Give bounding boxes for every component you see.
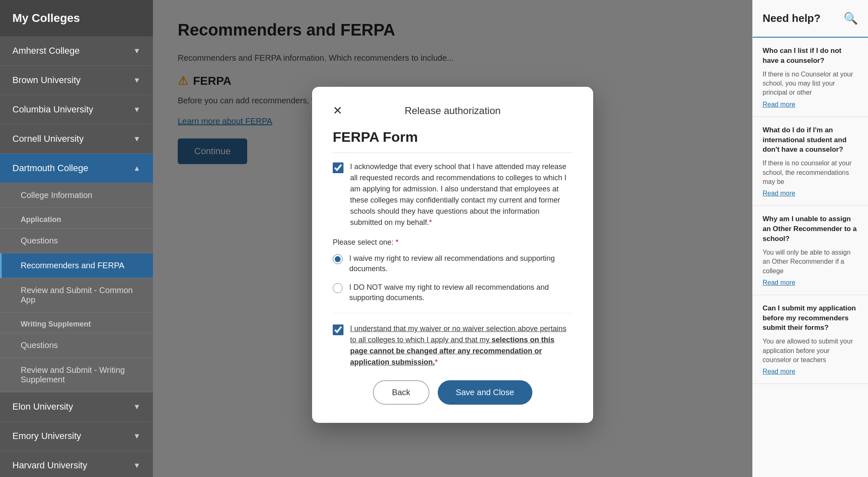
radio-waive[interactable] — [333, 254, 343, 264]
save-close-button[interactable]: Save and Close — [438, 380, 532, 405]
acknowledge-label: I acknowledge that every school that I h… — [350, 161, 572, 228]
help-item-2: What do I do if I'm an international stu… — [753, 117, 868, 206]
help-question-4: Can I submit my application before my re… — [763, 303, 858, 333]
main-content: Recommenders and FERPA Recommenders and … — [153, 0, 752, 477]
chevron-down-icon: ▼ — [133, 403, 141, 411]
modal-form-title: FERPA Form — [333, 129, 572, 153]
help-title: Need help? — [763, 12, 820, 25]
divider — [333, 313, 572, 313]
read-more-link-1[interactable]: Read more — [763, 101, 795, 108]
sidebar-item-dartmouth[interactable]: Dartmouth College ▲ — [0, 154, 153, 183]
sidebar: My Colleges Amherst College ▼ Brown Univ… — [0, 0, 153, 477]
right-panel: Need help? 🔍 Who can I list if I do not … — [752, 0, 868, 477]
help-item-1: Who can I list if I do not have a counse… — [753, 38, 868, 117]
help-answer-1: If there is no Counselor at your school,… — [763, 70, 858, 98]
chevron-down-icon: ▼ — [133, 76, 141, 85]
modal-close-button[interactable]: ✕ — [333, 104, 342, 117]
please-select-label: Please select one: * — [333, 238, 572, 247]
sidebar-item-columbia[interactable]: Columbia University ▼ — [0, 95, 153, 124]
help-answer-2: If there is no counselor at your school,… — [763, 159, 858, 186]
back-button[interactable]: Back — [373, 380, 429, 405]
sidebar-cornell-label: Cornell University — [12, 134, 83, 144]
sidebar-header: My Colleges — [0, 0, 153, 36]
sidebar-dartmouth-subitems: College Information Application Question… — [0, 183, 153, 392]
sidebar-item-brown[interactable]: Brown University ▼ — [0, 66, 153, 95]
sidebar-item-questions[interactable]: Questions — [0, 229, 153, 253]
sidebar-elon-label: Elon University — [12, 401, 73, 412]
help-search-button[interactable]: 🔍 — [844, 12, 858, 25]
sidebar-writing-label: Writing Supplement — [0, 312, 153, 333]
sidebar-application-label: Application — [0, 208, 153, 229]
search-icon: 🔍 — [844, 12, 858, 25]
acknowledge-checkbox[interactable] — [333, 162, 343, 173]
read-more-link-3[interactable]: Read more — [763, 279, 795, 286]
chevron-down-icon: ▼ — [133, 461, 141, 470]
modal-dialog: ✕ Release authorization FERPA Form I ack… — [312, 87, 593, 423]
sidebar-header-label: My Colleges — [12, 12, 80, 24]
modal-footer: Back Save and Close — [333, 380, 572, 405]
read-more-link-2[interactable]: Read more — [763, 190, 795, 197]
help-answer-3: You will only be able to assign an Other… — [763, 248, 858, 276]
understand-checkbox-row: I understand that my waiver or no waiver… — [333, 323, 572, 368]
sidebar-item-cornell[interactable]: Cornell University ▼ — [0, 124, 153, 154]
sidebar-item-elon[interactable]: Elon University ▼ — [0, 392, 153, 422]
chevron-down-icon: ▼ — [133, 432, 141, 441]
sidebar-item-amherst[interactable]: Amherst College ▼ — [0, 36, 153, 66]
sidebar-item-harvard[interactable]: Harvard University ▼ — [0, 451, 153, 477]
help-question-2: What do I do if I'm an international stu… — [763, 125, 858, 155]
sidebar-brown-label: Brown University — [12, 75, 81, 86]
sidebar-item-review-submit-writing[interactable]: Review and Submit - Writing Supplement — [0, 358, 153, 392]
chevron-down-icon: ▼ — [133, 135, 141, 143]
sidebar-item-emory[interactable]: Emory University ▼ — [0, 422, 153, 451]
help-item-3: Why am I unable to assign an Other Recom… — [753, 206, 868, 295]
chevron-down-icon: ▼ — [133, 47, 141, 55]
modal-overlay[interactable]: ✕ Release authorization FERPA Form I ack… — [153, 0, 752, 477]
radio-waive-row: I waive my right to review all recommend… — [333, 253, 572, 274]
chevron-down-icon: ▼ — [133, 105, 141, 114]
radio-no-waive-row: I DO NOT waive my right to review all re… — [333, 282, 572, 303]
radio-no-waive[interactable] — [333, 283, 343, 293]
radio-no-waive-label: I DO NOT waive my right to review all re… — [349, 282, 572, 303]
sidebar-item-review-submit-common[interactable]: Review and Submit - Common App — [0, 278, 153, 312]
help-question-1: Who can I list if I do not have a counse… — [763, 46, 858, 66]
sidebar-amherst-label: Amherst College — [12, 45, 80, 56]
sidebar-item-recommenders-ferpa[interactable]: Recommenders and FERPA — [0, 253, 153, 278]
help-answer-4: You are allowed to submit your applicati… — [763, 337, 858, 365]
sidebar-emory-label: Emory University — [12, 431, 81, 441]
help-item-4: Can I submit my application before my re… — [753, 295, 868, 384]
radio-waive-label: I waive my right to review all recommend… — [349, 253, 572, 274]
chevron-up-icon: ▲ — [133, 164, 141, 173]
modal-header: ✕ Release authorization — [333, 105, 572, 117]
help-question-3: Why am I unable to assign an Other Recom… — [763, 214, 858, 243]
help-header: Need help? 🔍 — [753, 0, 868, 38]
sidebar-item-writing-questions[interactable]: Questions — [0, 333, 153, 358]
sidebar-dartmouth-label: Dartmouth College — [12, 163, 88, 174]
sidebar-item-college-information[interactable]: College Information — [0, 183, 153, 208]
acknowledge-checkbox-row: I acknowledge that every school that I h… — [333, 161, 572, 228]
read-more-link-4[interactable]: Read more — [763, 368, 795, 375]
sidebar-columbia-label: Columbia University — [12, 104, 93, 115]
understand-checkbox[interactable] — [333, 324, 343, 335]
sidebar-harvard-label: Harvard University — [12, 460, 87, 471]
modal-title: Release authorization — [405, 105, 501, 117]
understand-label: I understand that my waiver or no waiver… — [350, 323, 572, 368]
